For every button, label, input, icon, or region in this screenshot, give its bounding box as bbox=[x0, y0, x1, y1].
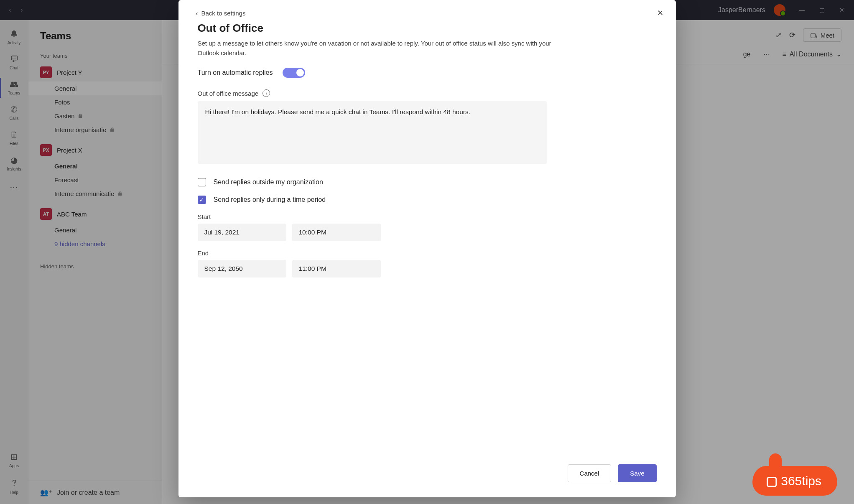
outside-org-checkbox[interactable] bbox=[198, 178, 206, 186]
dialog-description: Set up a message to let others know you'… bbox=[198, 39, 566, 58]
out-of-office-dialog: ‹ Back to settings ✕ Out of Office Set u… bbox=[178, 0, 676, 497]
start-label: Start bbox=[198, 213, 657, 220]
time-period-label: Send replies only during a time period bbox=[214, 196, 326, 204]
end-time-input[interactable] bbox=[292, 260, 381, 277]
watermark-logo: ▢ 365tips bbox=[752, 466, 837, 496]
time-period-checkbox[interactable]: ✓ bbox=[198, 196, 206, 204]
back-to-settings-link[interactable]: ‹ Back to settings bbox=[196, 10, 246, 17]
outside-org-label: Send replies outside my organization bbox=[214, 178, 323, 186]
start-time-input[interactable] bbox=[292, 224, 381, 241]
cancel-button[interactable]: Cancel bbox=[568, 464, 612, 482]
auto-replies-toggle-label: Turn on automatic replies bbox=[198, 69, 273, 76]
chevron-left-icon: ‹ bbox=[196, 10, 198, 17]
close-dialog-button[interactable]: ✕ bbox=[657, 8, 663, 18]
end-label: End bbox=[198, 249, 657, 257]
message-field-label: Out of office message bbox=[198, 90, 259, 97]
save-button[interactable]: Save bbox=[618, 464, 656, 482]
back-label: Back to settings bbox=[201, 10, 246, 17]
office-icon: ▢ bbox=[766, 473, 778, 488]
info-icon[interactable]: i bbox=[263, 89, 270, 97]
dialog-title: Out of Office bbox=[198, 22, 657, 35]
end-date-input[interactable] bbox=[198, 260, 286, 277]
start-date-input[interactable] bbox=[198, 224, 286, 241]
auto-replies-toggle[interactable] bbox=[283, 68, 305, 78]
ooo-message-input[interactable] bbox=[198, 101, 547, 164]
